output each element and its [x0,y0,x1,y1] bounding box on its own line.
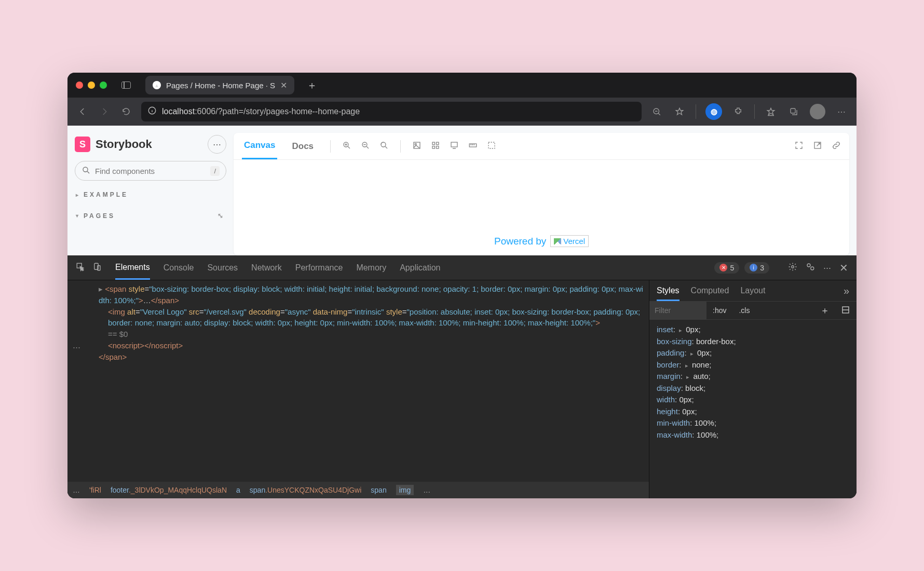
canvas-tools [328,140,496,153]
breadcrumbs[interactable]: … 'fiRl footer._3lDVkOp_MAqqHclqUQslaN a… [67,482,649,498]
styles-tab-styles[interactable]: Styles [657,286,680,301]
onepassword-icon[interactable]: ◍ [705,103,722,120]
devtools-tab-console[interactable]: Console [164,263,194,273]
storybook-title: Storybook [96,138,152,151]
forward-button[interactable] [98,105,111,118]
bookmark-icon[interactable] [673,105,686,118]
computed-toggle-icon[interactable] [835,305,857,316]
devtools-tab-network[interactable]: Network [251,263,282,273]
background-icon[interactable] [412,141,422,152]
sidebar-toggle-icon[interactable] [121,81,131,89]
collapse-icon[interactable]: ⤡ [218,212,225,220]
settings-icon[interactable] [788,262,797,273]
svg-point-3 [83,167,88,172]
collections-icon[interactable] [787,105,800,118]
svg-rect-13 [451,142,457,147]
more-icon[interactable]: ⋯ [823,263,831,273]
reading-list-icon[interactable] [764,105,778,118]
devtools-tab-elements[interactable]: Elements [115,263,150,280]
devtools-tab-application[interactable]: Application [400,263,440,273]
zoom-reset-icon[interactable] [379,141,389,152]
styles-panel: Styles Computed Layout » :hov .cls ＋ ins… [649,280,857,498]
group-label: PAGES [84,212,115,220]
storybook-menu-button[interactable]: ⋯ [208,135,226,154]
grid-icon[interactable] [431,141,440,152]
styles-tab-computed[interactable]: Computed [691,286,729,295]
close-tab-icon[interactable]: ✕ [280,80,287,90]
fullscreen-icon[interactable] [794,141,804,152]
search-icon [81,166,91,176]
svg-rect-12 [437,146,439,148]
viewport-icon[interactable] [450,141,459,152]
info-icon: i [750,264,757,271]
tab-canvas[interactable]: Canvas [242,133,277,159]
error-badge[interactable]: ✕5 [714,262,739,274]
device-toggle-icon[interactable] [92,262,102,273]
svg-rect-15 [488,142,495,148]
chevron-right-icon: ▸ [76,192,80,198]
copy-link-icon[interactable] [832,141,841,152]
sidebar-group-pages[interactable]: ▾ PAGES ⤡ [75,209,226,223]
svg-rect-2 [791,108,795,113]
search-shortcut: / [210,166,220,176]
profile-avatar[interactable] [810,104,825,119]
activity-icon[interactable] [806,262,815,273]
browser-window: ▲ Pages / Home - Home Page · S ✕ ＋ local… [67,73,857,498]
site-info-icon[interactable] [147,106,157,117]
zoom-out-icon[interactable] [361,141,370,152]
inspect-icon[interactable] [76,262,85,273]
minimize-window[interactable] [88,81,95,89]
hov-toggle[interactable]: :hov [706,306,732,315]
style-rule[interactable]: max-width: 100%; [657,429,849,441]
devtools-tab-memory[interactable]: Memory [356,263,386,273]
svg-rect-14 [469,144,477,147]
outline-icon[interactable] [487,141,496,152]
style-rule[interactable]: box-sizing: border-box; [657,336,849,348]
style-rule[interactable]: padding: ▸ 0px; [657,347,849,359]
reload-button[interactable] [119,105,133,118]
back-button[interactable] [76,105,89,118]
style-rule[interactable]: display: block; [657,383,849,395]
devtools-tab-performance[interactable]: Performance [295,263,343,273]
style-rules[interactable]: inset: ▸ 0px;box-sizing: border-box;padd… [649,320,857,498]
powered-by-text: Powered by [494,236,546,247]
styles-tab-layout[interactable]: Layout [740,286,765,295]
new-rule-icon[interactable]: ＋ [815,304,835,317]
close-devtools-icon[interactable]: ✕ [839,262,848,274]
sidebar-group-example[interactable]: ▸ EXAMPLE [75,188,226,201]
styles-more-icon[interactable]: » [844,285,849,297]
devtools-tabs: Elements Console Sources Network Perform… [67,255,857,280]
style-rule[interactable]: border: ▸ none; [657,359,849,371]
measure-icon[interactable] [468,141,478,152]
divider [754,104,755,119]
open-new-tab-icon[interactable] [813,141,822,152]
style-rule[interactable]: width: 0px; [657,394,849,406]
style-rule[interactable]: min-width: 100%; [657,417,849,429]
titlebar: ▲ Pages / Home - Home Page · S ✕ ＋ [67,73,857,98]
elements-tree[interactable]: ▸ <span style="box-sizing: border-box; d… [67,280,649,482]
new-tab-button[interactable]: ＋ [307,78,317,92]
search-placeholder: Find components [95,167,155,175]
styles-filter-input[interactable] [649,302,706,319]
cls-toggle[interactable]: .cls [732,306,756,315]
close-window[interactable] [76,81,83,89]
browser-tab[interactable]: ▲ Pages / Home - Home Page · S ✕ [145,76,294,94]
address-bar[interactable]: localhost:6006/?path=/story/pages-home--… [141,102,642,121]
overflow-indicator: ⋯ [73,343,80,352]
tab-docs[interactable]: Docs [290,134,316,159]
group-label: EXAMPLE [84,191,128,198]
style-rule[interactable]: inset: ▸ 0px; [657,324,849,336]
style-rule[interactable]: margin: ▸ auto; [657,371,849,383]
style-rule[interactable]: height: 0px; [657,406,849,418]
zoom-in-icon[interactable] [342,141,351,152]
zoom-icon[interactable] [650,105,663,118]
svg-point-21 [807,264,810,267]
info-badge[interactable]: i3 [744,262,769,274]
search-input[interactable]: Find components / [75,161,226,181]
browser-toolbar: localhost:6006/?path=/story/pages-home--… [67,98,857,126]
devtools-tab-sources[interactable]: Sources [207,263,238,273]
page-content: S Storybook ⋯ Find components / ▸ EXAMPL… [67,126,857,498]
extensions-icon[interactable] [731,105,745,118]
overflow-menu-icon[interactable]: ⋯ [835,105,848,118]
maximize-window[interactable] [100,81,107,89]
